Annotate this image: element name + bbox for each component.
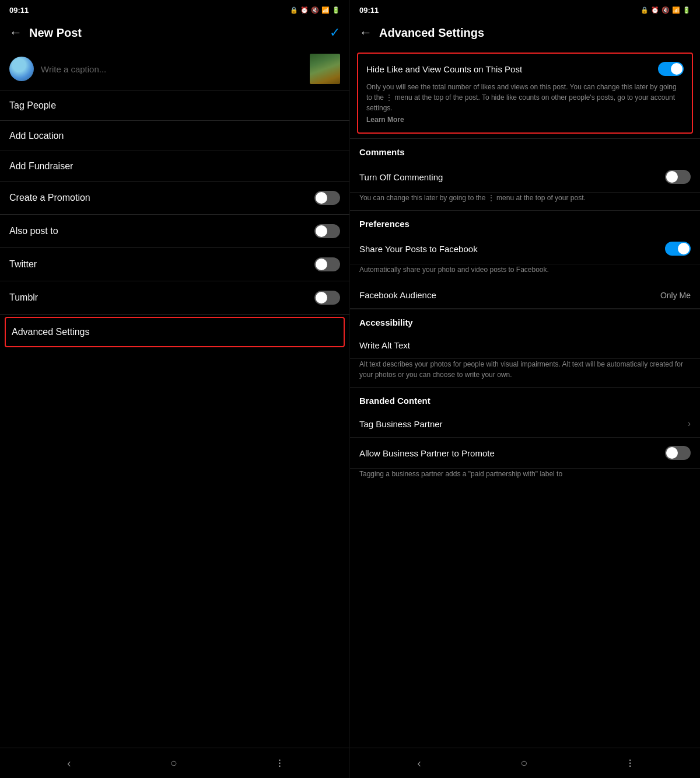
- caption-row[interactable]: Write a caption...: [0, 48, 349, 90]
- write-alt-text-row[interactable]: Write Alt Text: [350, 332, 700, 359]
- mute-icon: 🔇: [311, 6, 319, 14]
- left-panel: 09:11 🔒 ⏰ 🔇 📶 🔋 ← New Post ✓ Write a cap…: [0, 0, 350, 778]
- create-promotion-toggle[interactable]: [314, 191, 340, 205]
- share-facebook-label: Share Your Posts to Facebook: [359, 244, 665, 254]
- also-post-to-row[interactable]: Also post to: [0, 215, 349, 248]
- twitter-row[interactable]: Twitter: [0, 248, 349, 281]
- advanced-settings-label: Advanced Settings: [12, 327, 338, 337]
- tag-business-partner-label: Tag Business Partner: [359, 419, 688, 429]
- hide-likes-label: Hide Like and View Counts on This Post: [366, 64, 658, 74]
- checkmark-button[interactable]: ✓: [330, 25, 340, 40]
- right-time: 09:11: [359, 6, 379, 15]
- branded-content-header: Branded Content: [350, 388, 700, 410]
- hide-likes-toggle[interactable]: [658, 62, 684, 76]
- turn-off-commenting-desc: You can change this later by going to th…: [350, 193, 700, 210]
- right-nav-bar: ← Advanced Settings: [350, 18, 700, 48]
- hide-likes-learn-more[interactable]: Learn More: [366, 116, 404, 124]
- add-fundraiser-label: Add Fundraiser: [9, 161, 340, 172]
- battery-icon: 🔋: [332, 6, 340, 14]
- post-thumbnail: [310, 54, 340, 84]
- tumblr-label: Tumblr: [9, 292, 314, 303]
- create-promotion-label: Create a Promotion: [9, 193, 314, 203]
- tumblr-row[interactable]: Tumblr: [0, 281, 349, 315]
- turn-off-commenting-toggle[interactable]: [665, 170, 691, 184]
- left-status-icons: 🔒 ⏰ 🔇 📶 🔋: [290, 6, 340, 14]
- left-status-bar: 09:11 🔒 ⏰ 🔇 📶 🔋: [0, 0, 349, 18]
- back-nav-icon[interactable]: ‹: [67, 756, 71, 770]
- twitter-label: Twitter: [9, 259, 314, 270]
- write-alt-text-desc: Alt text describes your photos for peopl…: [350, 359, 700, 387]
- r-alarm-icon: ⏰: [651, 6, 659, 14]
- advanced-settings-row[interactable]: Advanced Settings: [5, 317, 345, 347]
- left-back-button[interactable]: ←: [9, 25, 22, 40]
- home-nav-icon[interactable]: ○: [170, 756, 177, 770]
- share-facebook-desc: Automatically share your photo and video…: [350, 264, 700, 282]
- left-page-title: New Post: [29, 26, 330, 40]
- create-promotion-row[interactable]: Create a Promotion: [0, 182, 349, 215]
- advanced-settings-content: Hide Like and View Counts on This Post O…: [350, 48, 700, 748]
- tag-business-partner-row[interactable]: Tag Business Partner ›: [350, 410, 700, 438]
- r-lock-icon: 🔒: [640, 6, 649, 14]
- tumblr-toggle[interactable]: [314, 291, 340, 305]
- r-battery-icon: 🔋: [682, 6, 691, 14]
- hide-likes-row: Hide Like and View Counts on This Post: [366, 62, 684, 76]
- accessibility-header: Accessibility: [350, 309, 700, 332]
- share-facebook-toggle[interactable]: [665, 242, 691, 256]
- facebook-audience-label: Facebook Audience: [359, 290, 660, 300]
- r-mute-icon: 🔇: [662, 6, 670, 14]
- tag-people-label: Tag People: [9, 100, 340, 111]
- preferences-header: Preferences: [350, 211, 700, 233]
- r-wifi-icon: 📶: [672, 6, 680, 14]
- allow-business-partner-label: Allow Business Partner to Promote: [359, 448, 665, 458]
- right-bottom-nav: ‹ ○ ⫶: [350, 748, 700, 778]
- allow-business-partner-toggle[interactable]: [665, 446, 691, 460]
- comments-header: Comments: [350, 139, 700, 162]
- wifi-icon: 📶: [321, 6, 330, 14]
- recents-nav-icon[interactable]: ⫶: [276, 756, 282, 770]
- tag-people-row[interactable]: Tag People: [0, 90, 349, 121]
- hide-likes-section: Hide Like and View Counts on This Post O…: [357, 53, 693, 134]
- add-fundraiser-row[interactable]: Add Fundraiser: [0, 151, 349, 182]
- avatar-image: [9, 57, 34, 81]
- caption-input[interactable]: Write a caption...: [41, 64, 303, 74]
- left-time: 09:11: [9, 6, 29, 15]
- share-facebook-row[interactable]: Share Your Posts to Facebook: [350, 233, 700, 264]
- also-post-to-label: Also post to: [9, 226, 314, 236]
- r-back-nav-icon[interactable]: ‹: [417, 756, 421, 770]
- facebook-audience-row[interactable]: Facebook Audience Only Me: [350, 282, 700, 309]
- allow-business-partner-row[interactable]: Allow Business Partner to Promote: [350, 438, 700, 469]
- turn-off-commenting-row[interactable]: Turn Off Commenting: [350, 162, 700, 193]
- right-panel: 09:11 🔒 ⏰ 🔇 📶 🔋 ← Advanced Settings Hide…: [350, 0, 700, 778]
- left-nav-bar: ← New Post ✓: [0, 18, 349, 48]
- add-location-row[interactable]: Add Location: [0, 121, 349, 151]
- left-bottom-nav: ‹ ○ ⫶: [0, 748, 349, 778]
- avatar: [9, 57, 34, 81]
- allow-business-partner-desc: Tagging a business partner adds a "paid …: [350, 469, 700, 486]
- hide-likes-description: Only you will see the total number of li…: [366, 82, 684, 113]
- r-recents-nav-icon[interactable]: ⫶: [627, 756, 633, 770]
- right-page-title: Advanced Settings: [379, 26, 691, 40]
- facebook-audience-value: Only Me: [660, 291, 691, 300]
- alarm-icon: ⏰: [300, 6, 309, 14]
- write-alt-text-label: Write Alt Text: [359, 340, 691, 350]
- r-home-nav-icon[interactable]: ○: [520, 756, 527, 770]
- right-back-button[interactable]: ←: [359, 25, 372, 40]
- twitter-toggle[interactable]: [314, 257, 340, 271]
- right-status-bar: 09:11 🔒 ⏰ 🔇 📶 🔋: [350, 0, 700, 18]
- right-status-icons: 🔒 ⏰ 🔇 📶 🔋: [640, 6, 691, 14]
- also-post-toggle[interactable]: [314, 224, 340, 238]
- chevron-right-icon: ›: [688, 418, 691, 429]
- add-location-label: Add Location: [9, 131, 340, 141]
- turn-off-commenting-label: Turn Off Commenting: [359, 172, 665, 182]
- lock-icon: 🔒: [290, 6, 298, 14]
